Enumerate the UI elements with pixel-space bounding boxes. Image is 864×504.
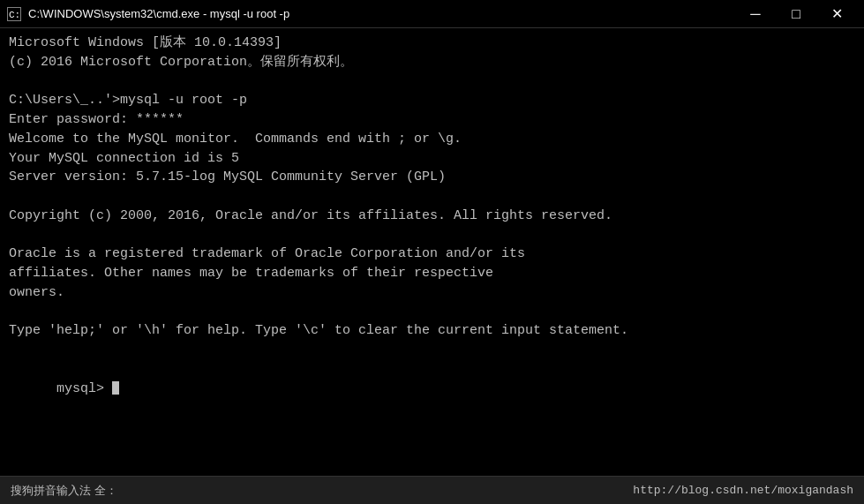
minimize-button[interactable]: ─ bbox=[735, 4, 776, 25]
terminal-line-7: Your MySQL connection id is 5 bbox=[9, 149, 855, 169]
title-bar: C: C:\WINDOWS\system32\cmd.exe - mysql -… bbox=[0, 0, 864, 28]
maximize-button[interactable]: □ bbox=[776, 4, 816, 25]
title-bar-left: C: C:\WINDOWS\system32\cmd.exe - mysql -… bbox=[7, 7, 289, 21]
terminal-line-17 bbox=[9, 341, 855, 360]
terminal-line-3 bbox=[9, 72, 855, 92]
terminal-line-15 bbox=[9, 303, 855, 322]
cursor bbox=[112, 381, 119, 395]
terminal-line-16: Type 'help;' or '\h' for help. Type '\c'… bbox=[9, 321, 855, 341]
terminal-line-14: owners. bbox=[9, 283, 855, 303]
terminal-line-12: Oracle is a registered trademark of Orac… bbox=[9, 244, 855, 264]
terminal-line-4: C:\Users\_..'>mysql -u root -p bbox=[9, 91, 855, 110]
terminal-line-6: Welcome to the MySQL monitor. Commands e… bbox=[9, 130, 855, 149]
terminal-line-5: Enter password: ****** bbox=[9, 110, 855, 130]
terminal-line-1: Microsoft Windows [版本 10.0.14393] bbox=[9, 34, 855, 53]
terminal-prompt-line: mysql> bbox=[9, 360, 855, 417]
terminal-line-10: Copyright (c) 2000, 2016, Oracle and/or … bbox=[9, 207, 855, 226]
status-ime: 搜狗拼音输入法 全： bbox=[11, 483, 117, 499]
terminal-line-2: (c) 2016 Microsoft Corporation。保留所有权利。 bbox=[9, 53, 855, 72]
close-button[interactable]: ✕ bbox=[816, 4, 857, 25]
terminal-body[interactable]: Microsoft Windows [版本 10.0.14393] (c) 20… bbox=[0, 28, 864, 476]
cmd-window: C: C:\WINDOWS\system32\cmd.exe - mysql -… bbox=[0, 0, 864, 504]
cmd-icon: C: bbox=[7, 7, 21, 21]
status-bar: 搜狗拼音输入法 全： http://blog.csdn.net/moxigand… bbox=[0, 476, 864, 504]
terminal-prompt: mysql> bbox=[56, 381, 112, 396]
title-bar-controls: ─ □ ✕ bbox=[735, 4, 857, 25]
terminal-line-13: affiliates. Other names may be trademark… bbox=[9, 264, 855, 283]
status-url: http://blog.csdn.net/moxigandash bbox=[633, 484, 853, 497]
terminal-line-8: Server version: 5.7.15-log MySQL Communi… bbox=[9, 168, 855, 187]
title-bar-text: C:\WINDOWS\system32\cmd.exe - mysql -u r… bbox=[28, 7, 289, 20]
terminal-line-11 bbox=[9, 226, 855, 245]
terminal-line-9 bbox=[9, 187, 855, 207]
svg-text:C:: C: bbox=[9, 10, 20, 20]
